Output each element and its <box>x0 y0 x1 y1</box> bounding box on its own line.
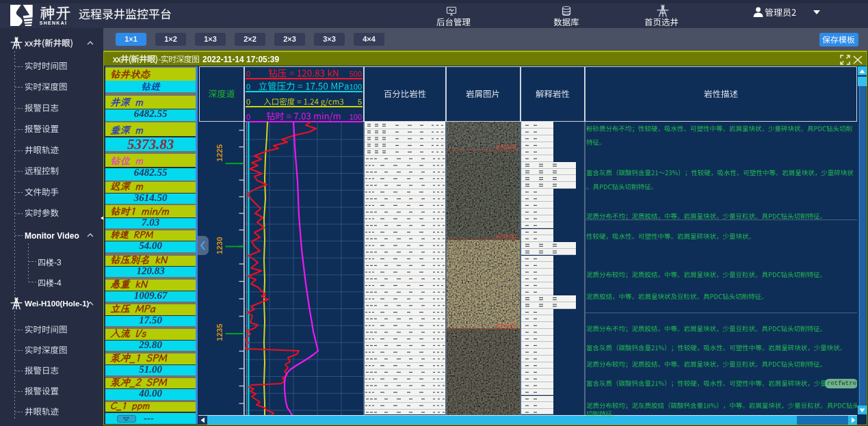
svg-text:6,480.00: 6,480.00 <box>496 322 516 328</box>
svg-text:6,470.00: 6,470.00 <box>496 144 516 150</box>
svg-text:6,475.00: 6,475.00 <box>496 233 516 239</box>
